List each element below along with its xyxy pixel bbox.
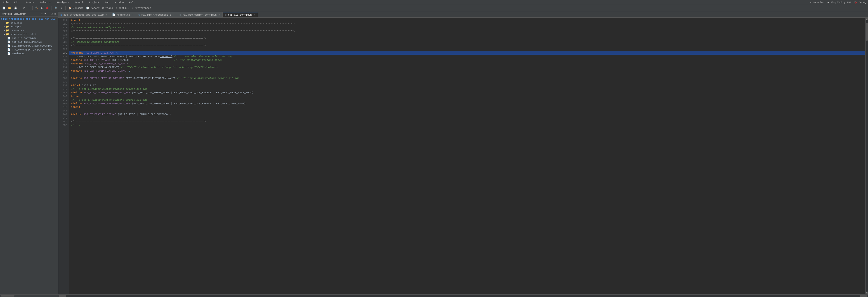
toolbar-tools-btn[interactable]: ⊞ Tools [101, 6, 114, 10]
linenum-246: 246 [58, 109, 69, 113]
toolbar-new-btn[interactable]: 📄 [1, 6, 6, 10]
toolbar-build-btn[interactable]: 🔨 [34, 6, 39, 10]
menu-search[interactable]: Search [74, 1, 85, 4]
linenum-233: 233 [58, 62, 69, 65]
menu-project[interactable]: Project [88, 1, 100, 4]
linenum-238: 238 [58, 80, 69, 84]
code-token: //! TCP/IP feature select bitmap for sel… [121, 65, 218, 69]
scroll-down-btn[interactable]: ▼ [866, 292, 868, 294]
sidebar-menu-btn[interactable]: ▼ [44, 12, 46, 16]
toolbar-redo-btn[interactable]: ↪ [27, 6, 31, 10]
tree-wiseconnect[interactable]: ▶ 📁 wiseconnect_1.0.1 [0, 32, 58, 36]
vertical-scrollbar[interactable]: ▲ ▼ [865, 18, 868, 294]
menu-refactor[interactable]: Refactor [39, 1, 53, 4]
toolbar-settings-btn[interactable]: ⚙ [59, 6, 64, 10]
code-line-231: (FEAT_ULP_GPIO_BASED_HANDSHAKE | FEAT_DE… [69, 55, 865, 58]
folder-icon-3: 📁 [6, 29, 9, 32]
toolbar-install-btn[interactable]: ⬇ Install [115, 6, 130, 10]
code-token: #else [71, 94, 79, 98]
code-token: //! To set Extended custom feature selec… [71, 98, 147, 102]
scroll-up-btn[interactable]: ▲ [866, 18, 868, 20]
folder-icon: 📁 [6, 21, 9, 24]
file-slcp-icon: 📄 [7, 44, 10, 47]
linenum-228: 228 [58, 44, 69, 48]
tab-readme[interactable]: 📄 readme.md ✕ [110, 12, 136, 18]
tab-common-config[interactable]: H rsi_ble_common_config.h ✕ [177, 12, 223, 18]
sidebar-bottom-bar [0, 294, 58, 297]
tree-slps[interactable]: 📄 ble_throughput_app_soc.slps [0, 48, 58, 52]
main-layout: Project Explorer ≡ ▼ — □ ✕ ▼ ble_through… [0, 11, 868, 297]
tree-rsi-config-h[interactable]: 📄 rsi_ble_config.h [0, 36, 58, 40]
code-token: /*======================================… [72, 37, 207, 40]
file-spacer-5 [4, 52, 6, 55]
toolbar-search-btn[interactable]: 🔍 [54, 6, 59, 10]
linenum-239: 239 [58, 84, 69, 87]
h-scrollbar-track[interactable] [66, 295, 860, 297]
linenum-247: 247 [58, 113, 69, 116]
linenum-248: 248 [58, 116, 69, 120]
menu-help[interactable]: Help [128, 1, 136, 4]
h-scroll-thumb-right[interactable] [860, 295, 867, 297]
tab-readme-label: readme.md [117, 13, 130, 16]
tree-rsi-throughput-c[interactable]: 📄 rsi_ble_throughput.c [0, 40, 58, 44]
code-token: FEAT_CUSTOM_FEAT_EXTENTION_VALID [124, 77, 177, 80]
code-token: (BT_RF_TYPE | ENABLE_BLE_PROTOCOL) [116, 113, 171, 116]
toolbar-run-btn[interactable]: ▶ [40, 6, 44, 10]
toolbar-debug-btn[interactable]: 🐞 [45, 6, 50, 10]
menu-file[interactable]: File [2, 1, 9, 4]
toolbar-recent-btn[interactable]: 🕐 Recent [85, 6, 101, 10]
code-line-244: #define RSI_EXT_CUSTOM_FEATURE_BIT_MAP (… [69, 102, 865, 105]
sidebar-close-btn[interactable]: ✕ [54, 12, 56, 16]
linenum-242: 242 [58, 94, 69, 98]
code-line-247: #define RSI_BT_FEATURE_BITMAP (BT_RF_TYP… [69, 113, 865, 116]
tab-readme-icon: 📄 [112, 13, 115, 16]
sidebar-header-icons: ≡ ▼ — □ ✕ [41, 12, 56, 16]
h-scroll-thumb-left[interactable] [59, 295, 66, 297]
code-token: #ifdef [71, 84, 82, 87]
tab-config-h[interactable]: H rsi_ble_config.h ✕ [223, 12, 258, 18]
tree-readme[interactable]: 📄 readme.md [0, 52, 58, 55]
tree-includes[interactable]: ▶ 📁 Includes [0, 21, 58, 25]
sidebar-hscroll[interactable] [1, 295, 14, 297]
toolbar-welcome-btn[interactable]: 🏠 Welcome [67, 6, 84, 10]
tree-autogen[interactable]: ▶ 📁 autogen [0, 25, 58, 28]
code-token: //! TCP IP BYPASS feature check [174, 58, 222, 62]
menu-window[interactable]: Window [114, 1, 125, 4]
toolbar-prefs-btn[interactable]: ☆ Preferences [131, 6, 152, 10]
menu-navigate[interactable]: Navigate [56, 1, 70, 4]
project-icon: ▼ [1, 18, 2, 20]
scroll-thumb[interactable] [866, 23, 868, 41]
sidebar-minimize-btn[interactable]: — [47, 12, 50, 16]
code-token [127, 69, 129, 73]
code-content[interactable]: #endif ▶ /******************************… [69, 18, 865, 294]
tab-readme-close[interactable]: ✕ [131, 13, 133, 16]
bottom-scrollbar[interactable] [58, 294, 868, 297]
toolbar-launcher[interactable]: ⊞ Launcher [810, 1, 825, 4]
linenum-236: 236 [58, 73, 69, 77]
toolbar-open-btn[interactable]: 📂 [7, 6, 12, 10]
code-line-233: ▶ #define RSI_TCP_IP_FEATURE_BIT_MAP \ [69, 62, 865, 65]
tree-resources[interactable]: ▶ 📁 resources [0, 28, 58, 32]
sidebar-maximize-btn[interactable]: □ [51, 12, 53, 16]
toolbar-debug[interactable]: 🐞 Debug [854, 1, 866, 4]
toolbar-save-btn[interactable]: 💾 [13, 6, 18, 10]
linenum-231: 231 [58, 55, 69, 58]
tree-slcp[interactable]: 📄 ble_throughput_app_soc.slcp [0, 44, 58, 48]
code-line-223: //! RS9116 Firmware Configurations [69, 26, 865, 29]
code-token: #endif [71, 19, 80, 22]
menu-edit[interactable]: Edit [13, 1, 21, 4]
sidebar-collapse-btn[interactable]: ≡ [41, 12, 43, 16]
code-line-232: #define RSI_TCP_IP_BYPASS RSI_DISABLE //… [69, 58, 865, 62]
toolbar-simplicity-ide[interactable]: ◉ Simplicity IDE [828, 1, 851, 4]
toolbar-undo-btn[interactable]: ↩ [22, 6, 26, 10]
tree-readme-label: readme.md [10, 52, 25, 55]
menu-run[interactable]: Run [104, 1, 110, 4]
tab-config-h-close[interactable]: ✕ [253, 13, 255, 16]
tab-slcp[interactable]: ⊞ ble_throughput_app_soc.slcp ✕ [58, 12, 110, 18]
tab-common-config-close[interactable]: ✕ [218, 13, 220, 16]
tab-slcp-close[interactable]: ✕ [105, 13, 107, 16]
tab-throughput-c[interactable]: C rsi_ble_throughput.c ✕ [136, 12, 177, 18]
tree-project-root[interactable]: ▼ ble_throughput_app_soc [GNU ARM v10. [0, 17, 58, 21]
tab-throughput-c-close[interactable]: ✕ [173, 13, 175, 16]
menu-source[interactable]: Source [25, 1, 35, 4]
